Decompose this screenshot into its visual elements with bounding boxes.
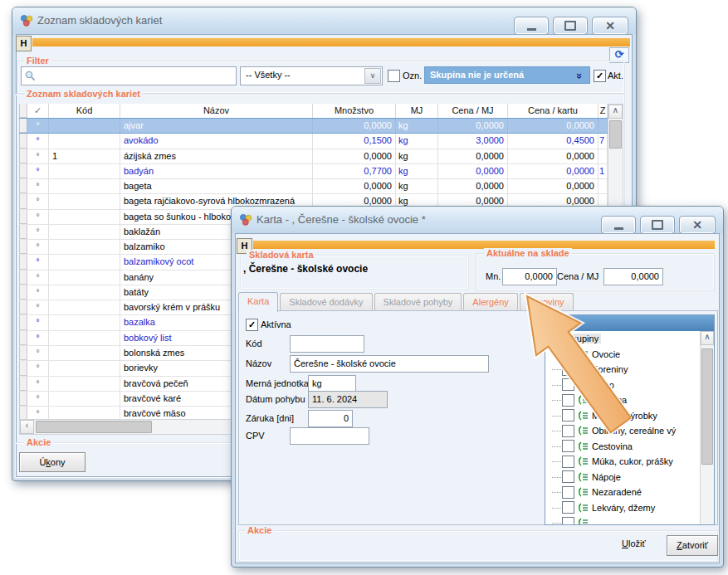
maximize-button[interactable] [553,17,588,35]
titlebar[interactable]: Karta - , Čerešne - školské ovocie * ✕ [232,207,723,233]
close-button[interactable]: ✕ [679,216,716,234]
row-selector[interactable] [19,407,27,419]
tab-suroviny[interactable]: Suroviny [520,293,574,311]
tree-item[interactable]: Mäso [545,378,714,393]
tab-skladove-pohyby[interactable]: Skladové pohyby [374,293,462,311]
col-check[interactable]: ✓ [27,104,49,118]
group-filter-field[interactable]: Skupina nie je určená » [424,66,590,84]
row-selector[interactable] [19,255,27,269]
tree-item[interactable] [545,515,714,524]
close-button[interactable]: ✕ [592,17,628,35]
tree-item[interactable]: Obilniny, cereálne vý [545,423,714,439]
col-nazov[interactable]: Názov [120,104,313,118]
row-selector[interactable] [19,331,27,345]
col-mj[interactable]: MJ [396,104,438,118]
tree-item[interactable]: Lekváry, džemy [545,500,714,516]
tree-item[interactable]: Nezaradené [545,485,714,500]
scroll-left-button[interactable]: ‹ [20,420,34,434]
tree-item[interactable]: Zelenina [545,392,714,408]
tree-checkbox[interactable] [562,378,574,391]
hscroll-thumb[interactable] [36,421,152,433]
row-selector[interactable] [19,240,27,254]
table-row[interactable]: ° avokádo 0,1500 kg 3,0000 0,4500 7 [19,134,608,149]
tree-root[interactable]: Skupiny [545,331,714,347]
col-cena-mj[interactable]: Cena / MJ [438,104,508,118]
tree-scrollbar[interactable]: ∧ [700,331,714,524]
table-row[interactable]: ° ajvar 0,0000 kg 0,0000 0,0000 [19,118,608,134]
tree-checkbox[interactable]: ✓ [562,348,574,360]
row-selector[interactable] [19,179,27,193]
table-row[interactable]: ° 1 ázijská zmes 0,0000 kg 0,0000 0,0000 [19,149,608,164]
tab-karta[interactable]: Karta [238,292,278,312]
cpv-field[interactable] [290,427,369,445]
double-chevron-icon[interactable]: » [572,73,588,79]
scroll-up-button[interactable]: ∧ [701,331,714,345]
row-selector[interactable] [19,392,27,406]
row-selector[interactable] [19,225,27,239]
row-selector[interactable] [19,377,27,391]
row-selector[interactable] [19,285,27,300]
filter-dropdown[interactable]: -- Všetky -- ∨ [240,66,383,85]
merna-jednotka-field[interactable]: kg [308,375,356,392]
tree-scroll-thumb[interactable] [701,348,713,465]
tree-checkbox[interactable] [562,501,574,514]
maximize-button[interactable] [640,216,675,234]
tab-alergeny[interactable]: Alergény [463,293,517,311]
row-selector[interactable] [19,300,27,314]
vscroll-thumb[interactable] [609,120,622,149]
zaruka-field[interactable]: 0 [308,410,353,427]
tree-checkbox[interactable] [562,425,574,437]
mn-field[interactable]: 0,0000 [502,268,557,285]
tree-checkbox[interactable] [562,517,574,524]
ozn-checkbox[interactable] [388,70,400,82]
minimize-button[interactable] [601,216,636,234]
row-selector[interactable] [19,210,27,224]
col-z[interactable]: Z [599,104,608,118]
row-selector[interactable] [19,119,27,133]
tree-item[interactable]: Múka, cukor, prášky [545,454,714,470]
tree-item[interactable]: Nápoje [545,470,714,485]
search-input[interactable] [21,66,237,85]
row-selector[interactable] [19,346,27,360]
tree-item[interactable]: Koreniny [545,362,714,378]
tree-checkbox[interactable] [562,363,574,376]
tree-item[interactable]: ✓ Ovocie [545,347,714,363]
tree-checkbox[interactable] [562,470,574,483]
chevron-down-icon[interactable]: ∨ [364,68,381,84]
row-selector[interactable] [19,194,27,208]
table-row[interactable]: ° badyán 0,7700 kg 0,0000 0,0000 1 [19,164,608,179]
tree-checkbox[interactable] [562,486,574,499]
table-row[interactable]: ° bageta 0,0000 kg 0,0000 0,0000 [19,179,608,194]
tree-checkbox[interactable] [562,394,574,407]
titlebar[interactable]: Zoznam skladových kariet ✕ [12,7,636,34]
h-button[interactable]: H [16,36,32,51]
row-selector[interactable] [19,134,27,148]
tree-checkbox[interactable] [562,456,574,468]
col-mnozstvo[interactable]: Množstvo [313,104,396,118]
scroll-up-button[interactable]: ∧ [608,105,623,119]
nazov-field[interactable]: Čerešne - školské ovocie [290,355,489,373]
ukony-button[interactable]: Úkony [19,452,86,472]
row-selector[interactable] [19,149,27,163]
col-kod[interactable]: Kód [49,104,120,118]
zatvorit-button[interactable]: Zatvoriť [667,535,718,556]
cell-nazov: bageta [120,179,313,193]
tree-item[interactable]: Cestovina [545,439,714,455]
row-selector[interactable] [19,164,27,178]
row-selector[interactable] [19,361,27,375]
minimize-button[interactable] [514,17,549,35]
akt-checkbox[interactable]: ✓ [594,70,606,82]
col-cena-kartu[interactable]: Cena / kartu [508,104,599,118]
tab-skladove-dodavky[interactable]: Skladové dodávky [280,293,372,311]
ulozit-button[interactable]: Uložiť [622,538,646,548]
kod-field[interactable] [290,335,364,353]
tree-item[interactable]: Mliečne výrobky [545,408,714,424]
row-selector[interactable] [19,315,27,329]
cena-mj-field[interactable]: 0,0000 [603,268,663,285]
tree-checkbox[interactable] [562,440,574,452]
akcie-group-label: Akcie [245,525,274,535]
row-selector[interactable] [19,270,27,285]
tree-checkbox[interactable] [562,409,574,422]
cell-kod [49,255,120,269]
aktivna-checkbox[interactable]: ✓ [246,319,258,331]
